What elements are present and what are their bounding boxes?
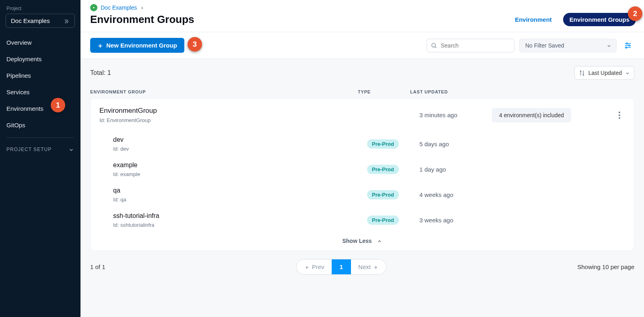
filter-label: No Filter Saved	[525, 42, 564, 49]
env-name: qa	[113, 187, 367, 194]
environment-row[interactable]: example Id: example Pre-Prod 1 day ago	[91, 157, 634, 182]
env-name: example	[113, 162, 367, 169]
arrow-right-icon	[373, 263, 379, 270]
type-badge: Pre-Prod	[367, 215, 399, 225]
breadcrumb: Doc Examples	[90, 4, 636, 11]
group-id: Id: EnvironmentGroup	[99, 117, 367, 123]
filter-saved-select[interactable]: No Filter Saved	[519, 39, 617, 52]
prev-button[interactable]: Prev	[297, 259, 332, 274]
env-updated: 1 day ago	[419, 166, 492, 173]
tab-environment-groups[interactable]: Environment Groups 2	[563, 13, 636, 26]
env-id: Id: example	[113, 171, 367, 177]
page-title: Environment Groups	[90, 13, 194, 26]
page-header: Doc Examples Environment Groups Environm…	[80, 0, 644, 32]
type-badge: Pre-Prod	[367, 190, 399, 199]
svg-point-0	[93, 7, 94, 8]
sidebar-project-setup[interactable]: PROJECT SETUP	[0, 142, 80, 157]
col-header-name: ENVIRONMENT GROUP	[90, 89, 358, 94]
chevron-down-icon	[625, 70, 630, 76]
svg-point-7	[619, 117, 620, 119]
prev-label: Prev	[312, 263, 324, 270]
table-header: ENVIRONMENT GROUP TYPE LAST UPDATED	[80, 85, 644, 98]
sort-label: Last Updated	[588, 70, 622, 76]
svg-point-6	[619, 114, 620, 116]
environment-row[interactable]: ssh-tutorial-infra Id: sshtutorialinfra …	[91, 207, 634, 233]
chevron-right-icon	[140, 4, 144, 11]
group-updated: 3 minutes ago	[419, 112, 492, 118]
show-less-label: Show Less	[342, 238, 372, 244]
page-count: 1 of 1	[90, 263, 105, 270]
env-id: Id: dev	[113, 146, 367, 152]
svg-point-5	[619, 112, 620, 113]
plus-icon	[97, 42, 103, 49]
total-count: Total: 1	[90, 69, 111, 77]
svg-point-4	[625, 47, 627, 48]
breadcrumb-project-link[interactable]: Doc Examples	[101, 4, 137, 11]
env-id: Id: sshtutorialinfra	[113, 222, 367, 228]
callout-badge-2: 2	[628, 6, 642, 21]
chevron-down-icon	[607, 42, 611, 49]
sidebar-separator	[6, 137, 74, 138]
tab-groups-label: Environment Groups	[570, 16, 630, 23]
callout-badge-1: 1	[51, 98, 65, 112]
environments-included-badge: 4 environment(s) included	[492, 108, 571, 122]
project-name: Doc Examples	[11, 17, 50, 24]
toolbar: New Environment Group 3 No Filter Saved	[80, 32, 644, 59]
svg-point-2	[626, 43, 627, 44]
sidebar-item-overview[interactable]: Overview	[0, 34, 80, 51]
env-updated: 4 weeks ago	[419, 191, 492, 198]
sidebar-item-services[interactable]: Services	[0, 84, 80, 100]
filter-settings-icon[interactable]	[621, 39, 634, 52]
sidebar-item-environments[interactable]: Environments 1	[0, 100, 80, 117]
search-box	[427, 39, 514, 52]
group-header-row[interactable]: EnvironmentGroup Id: EnvironmentGroup 3 …	[91, 99, 634, 131]
sort-icon	[579, 69, 585, 76]
type-badge: Pre-Prod	[367, 139, 399, 149]
row-menu-icon[interactable]	[614, 111, 625, 119]
next-label: Next	[358, 263, 371, 270]
search-icon	[431, 42, 437, 49]
sidebar-item-deployments[interactable]: Deployments	[0, 51, 80, 67]
new-button-label: New Environment Group	[106, 42, 177, 49]
env-updated: 5 days ago	[419, 141, 492, 147]
environment-row[interactable]: qa Id: qa Pre-Prod 4 weeks ago	[91, 182, 634, 207]
sidebar-item-label: Environments	[6, 105, 43, 112]
sidebar-item-pipelines[interactable]: Pipelines	[0, 67, 80, 84]
page-number[interactable]: 1	[332, 259, 351, 274]
env-name: ssh-tutorial-infra	[113, 212, 367, 220]
chevron-down-icon	[68, 147, 74, 153]
project-icon	[90, 4, 97, 11]
type-badge: Pre-Prod	[367, 165, 399, 174]
group-name: EnvironmentGroup	[99, 107, 367, 115]
col-header-type: TYPE	[358, 89, 410, 94]
project-setup-label: PROJECT SETUP	[6, 147, 52, 152]
tab-switcher: Environment Environment Groups 2	[511, 13, 636, 26]
sidebar-project-label: Project	[0, 6, 80, 14]
main-content: Doc Examples Environment Groups Environm…	[80, 0, 644, 317]
sidebar: Project Doc Examples Overview Deployment…	[0, 0, 80, 317]
env-name: dev	[113, 136, 367, 143]
svg-point-1	[432, 44, 436, 47]
new-environment-group-button[interactable]: New Environment Group 3	[90, 38, 184, 53]
env-updated: 3 weeks ago	[419, 217, 492, 224]
environment-group-card: EnvironmentGroup Id: EnvironmentGroup 3 …	[90, 98, 634, 251]
tab-environment[interactable]: Environment	[511, 13, 556, 26]
chevron-double-right-icon	[63, 17, 70, 24]
sort-select[interactable]: Last Updated	[574, 66, 634, 80]
show-less-toggle[interactable]: Show Less	[91, 233, 634, 251]
pagination-row: 1 of 1 Prev 1 Next Showing 10 per page	[80, 259, 644, 283]
col-header-updated: LAST UPDATED	[410, 89, 483, 94]
arrow-left-icon	[304, 263, 310, 270]
environment-row[interactable]: dev Id: dev Pre-Prod 5 days ago	[91, 131, 634, 157]
env-id: Id: qa	[113, 197, 367, 203]
list-area: Total: 1 Last Updated ENVIRONMENT GROUP …	[80, 59, 644, 317]
svg-point-3	[629, 45, 630, 46]
next-button[interactable]: Next	[351, 259, 386, 274]
project-selector[interactable]: Doc Examples	[6, 14, 75, 28]
per-page-label: Showing 10 per page	[577, 263, 634, 270]
callout-badge-3: 3	[188, 37, 202, 52]
pager: Prev 1 Next	[296, 259, 386, 275]
chevron-up-icon	[377, 238, 382, 244]
search-input[interactable]	[427, 39, 514, 52]
sidebar-item-gitops[interactable]: GitOps	[0, 117, 80, 133]
